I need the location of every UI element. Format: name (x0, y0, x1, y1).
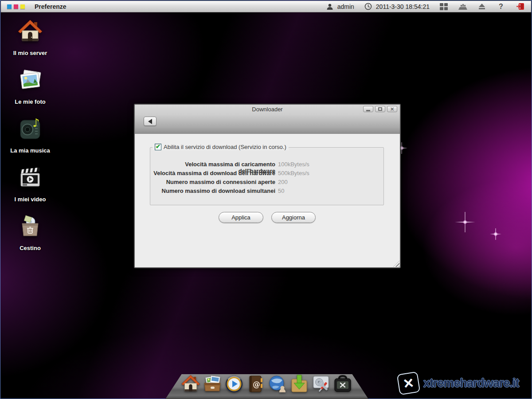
dock-download-folder-icon[interactable] (289, 373, 309, 394)
desktop-item-label: Cestino (20, 245, 41, 251)
logout-icon[interactable] (515, 2, 525, 11)
dock: @ (165, 374, 368, 399)
photos-icon (17, 67, 43, 95)
user-menu[interactable]: admin (325, 2, 354, 11)
watermark: ✕ xtremehardware.it (398, 373, 519, 394)
setting-value: 500kBytes/s (278, 170, 309, 176)
video-icon (17, 165, 43, 192)
minimize-button[interactable] (363, 106, 373, 112)
desktop-item-my-photos[interactable]: Le mie foto (4, 65, 56, 114)
dock-toolbox-icon[interactable] (332, 373, 353, 394)
clock-icon (364, 2, 373, 11)
dock-icon[interactable] (458, 2, 468, 11)
clock-display: 2011-3-30 18:54:21 (364, 2, 430, 11)
window-title: Downloader (135, 106, 400, 113)
maximize-button[interactable] (375, 106, 385, 112)
setting-row-download-speed: Velocità massima di download dell'hardwa… (150, 170, 383, 179)
setting-label: Numero massimo di connessioni aperte (150, 179, 275, 185)
close-button[interactable]: ✕ (387, 106, 397, 112)
logo-square-yellow (20, 4, 25, 9)
settings-list: Velocità massima di caricamento dell'har… (150, 148, 383, 196)
downloader-window: Downloader ✕ ✔ Abilita il servizio di do… (134, 104, 401, 268)
window-body: ✔ Abilita il servizio di download (Servi… (135, 134, 400, 267)
window-controls: ✕ (363, 106, 397, 112)
desktop-item-label: I miei video (15, 196, 46, 203)
help-icon[interactable]: ? (496, 2, 506, 11)
dock-media-player-icon[interactable] (224, 373, 244, 394)
eject-icon[interactable] (477, 2, 487, 11)
apply-button[interactable]: Applica (219, 212, 263, 223)
music-icon: ♪ (17, 116, 43, 144)
setting-label: Velocità massima di download dell'hardwa… (150, 170, 275, 176)
dock-home-icon[interactable] (180, 373, 201, 394)
desktop-item-my-music[interactable]: ♪ La mia musica (4, 114, 56, 163)
button-row: Applica Aggiorna (135, 212, 400, 223)
back-arrow-icon (148, 119, 152, 124)
setting-row-upload-speed: Velocità massima di caricamento dell'har… (150, 161, 383, 170)
top-menu-bar: Preferenze admin 2011-3-30 18:54:21 (1, 1, 531, 12)
user-name: admin (337, 3, 354, 10)
minimize-icon (366, 110, 370, 111)
close-icon: ✕ (390, 107, 394, 112)
desktop-item-my-videos[interactable]: I miei video (4, 163, 56, 211)
download-service-fieldset: ✔ Abilita il servizio di download (Servi… (150, 147, 384, 205)
desktop-icon-list: Il mio server Le mie foto (4, 16, 56, 260)
enable-service-checkbox[interactable]: ✔ (155, 144, 161, 150)
at-glyph: @ (253, 380, 260, 389)
setting-row-max-connections: Numero massimo di connessioni aperte 200 (150, 179, 383, 188)
home-icon (17, 19, 43, 46)
menu-title[interactable]: Preferenze (35, 3, 66, 10)
desktop-item-label: Il mio server (13, 50, 47, 56)
apps-grid-icon[interactable] (439, 2, 449, 11)
enable-service-label: Abilita il servizio di download (Servizi… (164, 144, 286, 150)
desktop-item-my-server[interactable]: Il mio server (4, 16, 56, 65)
refresh-button[interactable]: Aggiorna (271, 212, 316, 223)
dock-photo-box-icon[interactable] (202, 373, 223, 394)
trash-icon (17, 214, 43, 241)
logo-square-blue (7, 4, 12, 9)
xtremehardware-logo-icon: ✕ (397, 372, 421, 395)
window-header[interactable]: Downloader ✕ (135, 105, 400, 134)
system-logo[interactable] (7, 4, 25, 9)
user-icon (325, 2, 335, 11)
setting-row-max-downloads: Numero massimo di download simultanei 50 (150, 188, 383, 196)
desktop-item-trash[interactable]: Cestino (4, 211, 56, 260)
service-legend: ✔ Abilita il servizio di download (Servi… (153, 144, 289, 150)
setting-label: Numero massimo di download simultanei (150, 188, 275, 194)
setting-value: 50 (278, 188, 284, 194)
datetime-text: 2011-3-30 18:54:21 (376, 3, 430, 10)
dock-disk-tools-icon[interactable] (311, 373, 331, 394)
checkmark-icon: ✔ (156, 144, 160, 149)
logo-square-magenta (14, 4, 18, 9)
back-button[interactable] (144, 117, 156, 126)
desktop-item-label: La mia musica (10, 147, 50, 154)
dock-network-globe-icon[interactable] (267, 373, 288, 394)
desktop-item-label: Le mie foto (15, 98, 45, 105)
setting-value: 100kBytes/s (278, 161, 309, 168)
setting-value: 200 (278, 179, 288, 185)
resize-handle[interactable] (393, 261, 399, 267)
desktop: Preferenze admin 2011-3-30 18:54:21 (0, 0, 532, 399)
maximize-icon (378, 107, 382, 111)
watermark-text: xtremehardware.it (423, 376, 519, 390)
music-note-glyph: ♪ (32, 116, 40, 129)
dock-address-book-icon[interactable]: @ (246, 373, 266, 394)
